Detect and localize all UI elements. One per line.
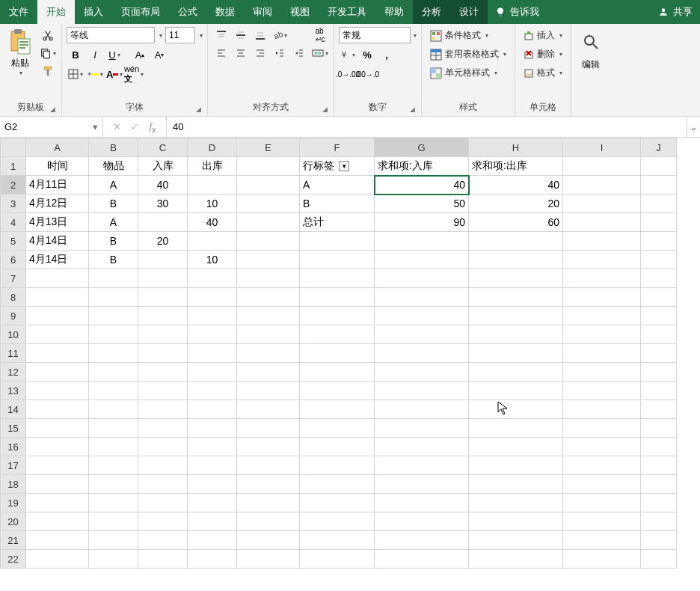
cell-C10[interactable] <box>138 325 188 344</box>
cell-J16[interactable] <box>641 438 677 456</box>
tell-me[interactable]: 告诉我 <box>488 0 547 24</box>
cell-G5[interactable] <box>375 232 469 251</box>
cell-I19[interactable] <box>563 494 641 512</box>
cell-H14[interactable] <box>469 400 563 419</box>
cell-A2[interactable]: 4月11日 <box>26 176 89 195</box>
cell-B4[interactable]: A <box>89 213 138 232</box>
cell-E15[interactable] <box>237 419 300 438</box>
cell-C6[interactable] <box>138 251 188 269</box>
row-header-12[interactable]: 12 <box>1 363 26 382</box>
cell-F16[interactable] <box>300 438 375 456</box>
tab-file[interactable]: 文件 <box>0 0 37 24</box>
cell-B13[interactable] <box>89 382 138 400</box>
cell-F2[interactable]: A <box>300 176 375 195</box>
cell-G22[interactable] <box>375 550 469 569</box>
cell-J7[interactable] <box>641 269 677 288</box>
cancel-icon[interactable]: ✕ <box>108 121 126 132</box>
filter-dropdown-icon[interactable]: ▾ <box>339 161 349 171</box>
font-name-combo[interactable] <box>67 27 155 43</box>
worksheet-grid[interactable]: ABCDEFGHIJ1时间物品入库出库行标签▾求和项:入库求和项:出库24月11… <box>0 138 700 591</box>
cell-H18[interactable] <box>469 475 563 494</box>
row-header-9[interactable]: 9 <box>1 307 26 325</box>
cell-A11[interactable] <box>26 344 89 363</box>
dialog-launcher-icon[interactable]: ◢ <box>410 105 415 113</box>
cell-C12[interactable] <box>138 363 188 382</box>
cell-J5[interactable] <box>641 232 677 251</box>
cell-H22[interactable] <box>469 550 563 569</box>
cell-B1[interactable]: 物品 <box>89 157 138 176</box>
cell-J12[interactable] <box>641 363 677 382</box>
tab-review[interactable]: 审阅 <box>244 0 281 24</box>
decrease-decimal-button[interactable]: .00→.0 <box>358 66 376 82</box>
cell-G8[interactable] <box>375 288 469 307</box>
row-header-22[interactable]: 22 <box>1 550 26 569</box>
cell-H7[interactable] <box>469 269 563 288</box>
cell-D11[interactable] <box>188 344 237 363</box>
cell-D14[interactable] <box>188 400 237 419</box>
share-button[interactable]: 共享 <box>651 0 700 24</box>
cell-E5[interactable] <box>237 232 300 251</box>
cell-E16[interactable] <box>237 438 300 456</box>
column-header-B[interactable]: B <box>89 138 138 157</box>
column-header-I[interactable]: I <box>563 138 641 157</box>
cell-C1[interactable]: 入库 <box>138 157 188 176</box>
cell-F18[interactable] <box>300 475 375 494</box>
cell-J8[interactable] <box>641 288 677 307</box>
column-header-H[interactable]: H <box>469 138 563 157</box>
row-header-8[interactable]: 8 <box>1 288 26 307</box>
cell-A18[interactable] <box>26 475 89 494</box>
cell-C18[interactable] <box>138 475 188 494</box>
cell-A13[interactable] <box>26 382 89 400</box>
fill-color-button[interactable]: ▾ <box>86 66 104 82</box>
insert-function-button[interactable]: fx <box>144 120 162 134</box>
row-header-19[interactable]: 19 <box>1 494 26 512</box>
tab-analyze[interactable]: 分析 <box>413 0 450 24</box>
font-color-button[interactable]: A▾ <box>105 66 123 82</box>
cell-G17[interactable] <box>375 456 469 475</box>
cell-E22[interactable] <box>237 550 300 569</box>
cell-H3[interactable]: 20 <box>469 195 563 213</box>
cell-C2[interactable]: 40 <box>138 176 188 195</box>
cell-E2[interactable] <box>237 176 300 195</box>
cell-A1[interactable]: 时间 <box>26 157 89 176</box>
cell-H6[interactable] <box>469 251 563 269</box>
cell-H1[interactable]: 求和项:出库 <box>469 157 563 176</box>
cell-G1[interactable]: 求和项:入库 <box>375 157 469 176</box>
decrease-indent-button[interactable] <box>271 45 289 61</box>
cell-J13[interactable] <box>641 382 677 400</box>
cell-F19[interactable] <box>300 494 375 512</box>
cell-H16[interactable] <box>469 438 563 456</box>
cut-button[interactable] <box>39 27 57 43</box>
cell-I4[interactable] <box>563 213 641 232</box>
cell-A21[interactable] <box>26 531 89 550</box>
cell-F4[interactable]: 总计 <box>300 213 375 232</box>
row-header-4[interactable]: 4 <box>1 213 26 232</box>
cell-A17[interactable] <box>26 456 89 475</box>
delete-cells-button[interactable]: 删除▾ <box>520 46 566 63</box>
cell-G7[interactable] <box>375 269 469 288</box>
conditional-formatting-button[interactable]: 条件格式▾ <box>426 27 510 44</box>
cell-C15[interactable] <box>138 419 188 438</box>
cell-E7[interactable] <box>237 269 300 288</box>
copy-button[interactable]: ▾ <box>39 45 57 61</box>
comma-style-button[interactable]: , <box>378 46 396 63</box>
cell-D10[interactable] <box>188 325 237 344</box>
tab-design[interactable]: 设计 <box>450 0 488 24</box>
cell-F22[interactable] <box>300 550 375 569</box>
column-header-D[interactable]: D <box>188 138 237 157</box>
cell-C17[interactable] <box>138 456 188 475</box>
cell-I15[interactable] <box>563 419 641 438</box>
cell-G3[interactable]: 50 <box>375 195 469 213</box>
underline-button[interactable]: U▾ <box>105 46 123 63</box>
cell-H9[interactable] <box>469 307 563 325</box>
cell-J20[interactable] <box>641 512 677 531</box>
row-header-11[interactable]: 11 <box>1 344 26 363</box>
italic-button[interactable]: I <box>86 46 104 63</box>
cell-F7[interactable] <box>300 269 375 288</box>
cell-G12[interactable] <box>375 363 469 382</box>
cell-F11[interactable] <box>300 344 375 363</box>
cell-C14[interactable] <box>138 400 188 419</box>
cell-I17[interactable] <box>563 456 641 475</box>
cell-I9[interactable] <box>563 307 641 325</box>
cell-J14[interactable] <box>641 400 677 419</box>
